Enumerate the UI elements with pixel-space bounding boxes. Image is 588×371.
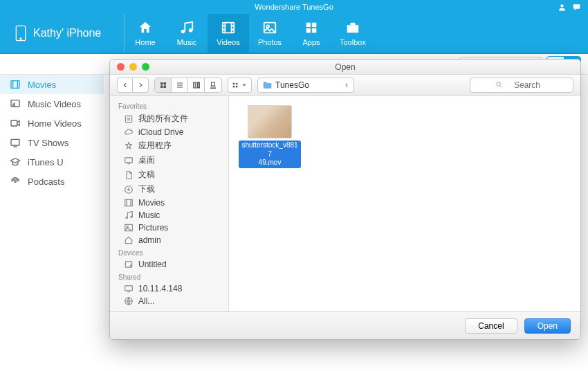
nav-photos[interactable]: Photos <box>249 14 291 53</box>
cloud-icon <box>124 127 134 137</box>
music-videos-icon <box>10 98 21 109</box>
arrange-icon <box>232 82 239 89</box>
finder-search-field[interactable] <box>506 80 548 90</box>
zoom-button[interactable] <box>142 63 149 71</box>
tv-icon <box>10 137 21 148</box>
main-nav: Home Music Videos Photos Apps Toolbox <box>125 14 374 53</box>
app-title: Wondershare TunesGo <box>255 3 333 11</box>
nav-toolbox[interactable]: Toolbox <box>332 14 374 53</box>
svg-rect-19 <box>11 120 17 126</box>
music-folder-icon <box>124 210 134 220</box>
svg-point-42 <box>127 226 128 228</box>
device-untitled[interactable]: Untitled <box>110 258 228 271</box>
app-titlebar: Wondershare TunesGo <box>0 0 588 14</box>
svg-point-44 <box>130 265 131 266</box>
finder-sidebar: Favorites 我的所有文件 iCloud Drive 应用程序 桌面 文稿… <box>110 96 229 311</box>
itunes-u-icon <box>10 156 21 168</box>
svg-rect-10 <box>312 28 316 33</box>
svg-rect-9 <box>306 28 311 33</box>
nav-apps[interactable]: Apps <box>291 14 332 53</box>
shared-ip[interactable]: 10.11.4.148 <box>110 282 228 295</box>
shared-all[interactable]: All... <box>110 295 228 307</box>
svg-rect-31 <box>236 82 238 84</box>
svg-rect-26 <box>193 82 195 88</box>
svg-rect-17 <box>11 81 19 89</box>
svg-rect-27 <box>196 82 198 88</box>
category-tv-shows[interactable]: TV Shows <box>0 133 104 152</box>
back-button[interactable] <box>118 78 133 92</box>
svg-rect-25 <box>163 85 166 88</box>
favorite-all-my-files[interactable]: 我的所有文件 <box>110 111 228 126</box>
desktop-icon <box>124 156 134 165</box>
close-button[interactable] <box>117 63 125 71</box>
nav-history <box>117 78 149 93</box>
home-videos-icon <box>10 118 21 129</box>
disk-icon <box>124 260 134 269</box>
section-shared: Shared <box>110 271 228 282</box>
svg-rect-23 <box>163 82 166 85</box>
home-folder-icon <box>124 235 134 245</box>
icon-view-icon <box>159 81 167 89</box>
photos-icon <box>262 20 277 35</box>
svg-rect-24 <box>160 85 163 88</box>
section-devices: Devices <box>110 246 228 258</box>
category-podcasts[interactable]: Podcasts <box>0 172 104 191</box>
search-icon <box>495 81 503 89</box>
globe-icon <box>124 296 134 306</box>
column-view-button[interactable] <box>188 78 205 92</box>
svg-rect-32 <box>233 85 235 87</box>
path-selector[interactable]: TunesGo <box>257 78 354 93</box>
nav-videos[interactable]: Videos <box>208 14 249 53</box>
arrange-menu[interactable] <box>228 78 252 93</box>
cancel-button[interactable]: Cancel <box>465 318 517 334</box>
open-dialog: Open TunesGo Favorites 我的所有文件 <box>109 59 581 340</box>
favorite-music[interactable]: Music <box>110 209 228 221</box>
favorite-downloads[interactable]: 下载 <box>110 182 228 197</box>
category-home-videos[interactable]: Home Videos <box>0 114 104 133</box>
category-movies[interactable]: Movies <box>0 75 104 94</box>
dialog-body: Favorites 我的所有文件 iCloud Drive 应用程序 桌面 文稿… <box>110 96 580 311</box>
movies-icon <box>10 79 21 90</box>
finder-search[interactable] <box>470 78 573 93</box>
folder-icon <box>262 80 272 90</box>
feedback-icon[interactable] <box>572 3 581 12</box>
user-icon[interactable] <box>558 3 567 12</box>
finder-content[interactable]: shutterstock_v8817 49.mov <box>229 96 580 311</box>
svg-rect-11 <box>347 25 359 33</box>
chevron-down-icon <box>241 82 248 89</box>
device-selector[interactable]: Kathy' iPhone <box>0 14 125 53</box>
videos-icon <box>221 20 236 35</box>
view-mode-segment <box>154 78 222 93</box>
movies-folder-icon <box>124 198 134 208</box>
forward-button[interactable] <box>133 78 148 92</box>
downloads-icon <box>124 185 134 194</box>
coverflow-view-button[interactable] <box>205 78 221 92</box>
favorite-documents[interactable]: 文稿 <box>110 168 228 182</box>
list-view-button[interactable] <box>172 78 188 92</box>
nav-music[interactable]: Music <box>166 14 208 53</box>
nav-home[interactable]: Home <box>125 14 166 53</box>
favorite-applications[interactable]: 应用程序 <box>110 138 228 153</box>
dialog-titlebar: Open <box>110 60 580 75</box>
favorite-desktop[interactable]: 桌面 <box>110 153 228 168</box>
chevron-right-icon <box>137 82 144 89</box>
favorite-icloud[interactable]: iCloud Drive <box>110 126 228 138</box>
favorite-movies[interactable]: Movies <box>110 197 228 209</box>
favorite-pictures[interactable]: Pictures <box>110 221 228 234</box>
svg-rect-7 <box>306 23 311 27</box>
phone-icon <box>15 25 26 42</box>
file-thumbnail <box>248 105 292 138</box>
svg-rect-38 <box>125 199 133 206</box>
favorite-admin[interactable]: admin <box>110 234 228 246</box>
svg-point-21 <box>15 181 17 183</box>
category-itunes-u[interactable]: iTunes U <box>0 152 104 172</box>
icon-view-button[interactable] <box>155 78 172 92</box>
svg-point-3 <box>20 38 21 39</box>
file-item[interactable]: shutterstock_v8817 49.mov <box>239 105 301 168</box>
list-view-icon <box>176 81 184 89</box>
dialog-toolbar: TunesGo <box>110 75 580 96</box>
open-button[interactable]: Open <box>524 318 571 334</box>
category-music-videos[interactable]: Music Videos <box>0 94 104 114</box>
minimize-button[interactable] <box>129 63 137 71</box>
svg-rect-29 <box>212 82 215 86</box>
